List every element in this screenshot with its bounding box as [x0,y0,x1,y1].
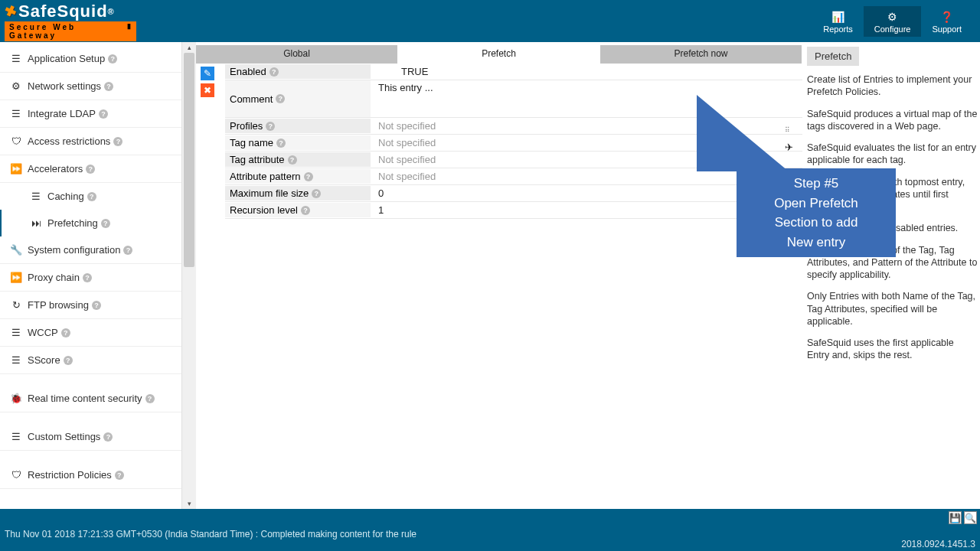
sidebar-item-label: Network settings [28,80,101,92]
row-enabled: Enabled? TRUE [225,64,802,80]
logo-subtitle: Secure Web Gateway [5,21,136,41]
field-value: Not specified [371,169,443,184]
help-icon: ❓ [932,11,962,23]
help-badge-icon[interactable]: ? [104,82,113,91]
sidebar-item-wccp[interactable]: ☰WCCP? [0,319,181,347]
fast-icon: ⏩ [9,163,23,174]
help-badge-icon[interactable]: ? [86,165,95,174]
sidebar-item-accelerators[interactable]: ⏩Accelerators? [0,155,181,183]
list-icon: ☰ [9,354,23,366]
sidebar-item-app-setup[interactable]: ☰Application Setup? [0,45,181,73]
help-badge-icon[interactable]: ? [108,54,117,64]
help-badge-icon[interactable]: ? [64,356,73,365]
configure-label: Configure [874,24,911,34]
shield-icon: 🛡 [9,469,23,481]
sidebar-item-label: SScore [28,354,60,366]
sidebar-item-prefetching[interactable]: ⏭Prefetching? [0,210,181,236]
sidebar-item-realtime[interactable]: 🐞Real time content security? [0,385,181,412]
help-badge-icon[interactable]: ? [61,328,70,337]
sidebar-item-label: Accelerators [28,163,83,174]
field-value: This entry ... [371,80,441,95]
tab-global[interactable]: Global [196,45,398,64]
sidebar-item-sscore[interactable]: ☰SScore? [0,347,181,374]
help-badge-icon[interactable]: ? [115,471,124,480]
field-value: TRUE [371,64,436,79]
sidebar-item-label: Restriction Policies [28,469,112,481]
scroll-up-icon[interactable]: ▴ [182,44,196,51]
field-label: Enabled? [225,64,371,79]
help-badge-icon[interactable]: ? [123,246,132,255]
refresh-icon: ↻ [9,299,23,311]
field-value: Not specified [371,135,443,150]
help-badge-icon[interactable]: ? [276,94,285,103]
sidebar-item-sysconf[interactable]: 🔧System configuration? [0,236,181,264]
support-button[interactable]: ❓ Support [921,6,972,37]
sidebar-item-label: Caching [47,191,84,202]
sidebar-item-caching[interactable]: ☰Caching? [0,183,181,210]
field-label: Recursion level? [225,203,371,217]
help-badge-icon[interactable]: ? [113,137,122,146]
list-icon: ☰ [9,108,23,119]
help-badge-icon[interactable]: ? [288,155,297,165]
tab-prefetch[interactable]: Prefetch [398,45,600,64]
help-badge-icon[interactable]: ? [276,139,286,148]
help-badge-icon[interactable]: ? [83,273,92,282]
support-label: Support [932,24,962,34]
help-badge-icon[interactable]: ? [103,432,113,442]
sidebar-item-label: Integrate LDAP [28,108,96,119]
field-value: Not specified [371,119,443,133]
help-badge-icon[interactable]: ? [270,67,279,77]
delete-button[interactable]: ✖ [201,83,214,97]
reports-label: Reports [823,24,853,34]
help-badge-icon[interactable]: ? [312,189,321,198]
scroll-down-icon[interactable]: ▾ [182,500,196,507]
help-badge-icon[interactable]: ? [87,192,96,201]
save-button[interactable]: 💾 [949,511,962,524]
help-badge-icon[interactable]: ? [92,301,101,310]
header-bar: ✖ SafeSquid ® Secure Web Gateway 📊 Repor… [0,0,980,42]
row-actions: ✎ ✖ [201,67,214,97]
instruction-callout: Step #5 Open Prefetch Section to add New… [737,168,896,257]
main-layout: ☰Application Setup? ⚙Network settings? ☰… [0,42,980,509]
sidebar-item-custom[interactable]: ☰Custom Settings? [0,423,181,451]
right-panel-title: Prefetch [807,47,859,66]
logo-text: ✖ SafeSquid ® [5,2,136,21]
field-label: Attribute pattern? [225,169,371,184]
sidebar-item-ftp[interactable]: ↻FTP browsing? [0,292,181,319]
sidebar-item-ldap[interactable]: ☰Integrate LDAP? [0,100,181,128]
edit-button[interactable]: ✎ [201,67,214,80]
sidebar-item-restrict[interactable]: 🛡Restriction Policies? [0,461,181,489]
field-value: 0 [371,186,391,201]
field-label: Comment? [225,80,371,117]
callout-line: Section to add [737,213,896,233]
reports-button[interactable]: 📊 Reports [812,6,864,37]
field-label: Tag name? [225,135,371,150]
forward-icon: ⏩ [9,272,23,283]
help-badge-icon[interactable]: ? [301,206,310,215]
scroll-thumb[interactable] [184,53,194,267]
help-badge-icon[interactable]: ? [304,172,313,181]
help-badge-icon[interactable]: ? [101,219,110,228]
wrench-icon: ✖ [2,1,20,21]
help-badge-icon[interactable]: ? [145,394,155,403]
row-recur: Recursion level? 1 [225,202,802,219]
configure-button[interactable]: ⚙ Configure [864,6,922,37]
tab-prefetch-now[interactable]: Prefetch now [600,45,802,64]
sidebar-scrollbar[interactable]: ▴ ▾ [182,42,196,509]
right-panel-text: SafeSquid produces a virtual map of the … [807,108,978,133]
help-badge-icon[interactable]: ? [99,109,108,119]
sidebar-item-access[interactable]: 🛡Access restrictions? [0,128,181,155]
field-value: Not specified [371,152,443,167]
tabs: Global Prefetch Prefetch now [196,45,802,64]
help-badge-icon[interactable]: ? [266,122,275,131]
field-label: Profiles? [225,119,371,133]
sidebar-item-network[interactable]: ⚙Network settings? [0,73,181,100]
sidebar-item-proxy[interactable]: ⏩Proxy chain? [0,264,181,292]
sidebar: ☰Application Setup? ⚙Network settings? ☰… [0,42,182,509]
shield-icon: 🛡 [9,135,23,147]
search-button[interactable]: 🔍 [964,511,977,524]
right-panel-text: Only Entries with both Name of the Tag, … [807,290,978,328]
list-icon: ☰ [9,327,23,338]
sidebar-item-label: Application Setup [28,53,105,64]
wrench-icon: 🔧 [9,244,23,256]
